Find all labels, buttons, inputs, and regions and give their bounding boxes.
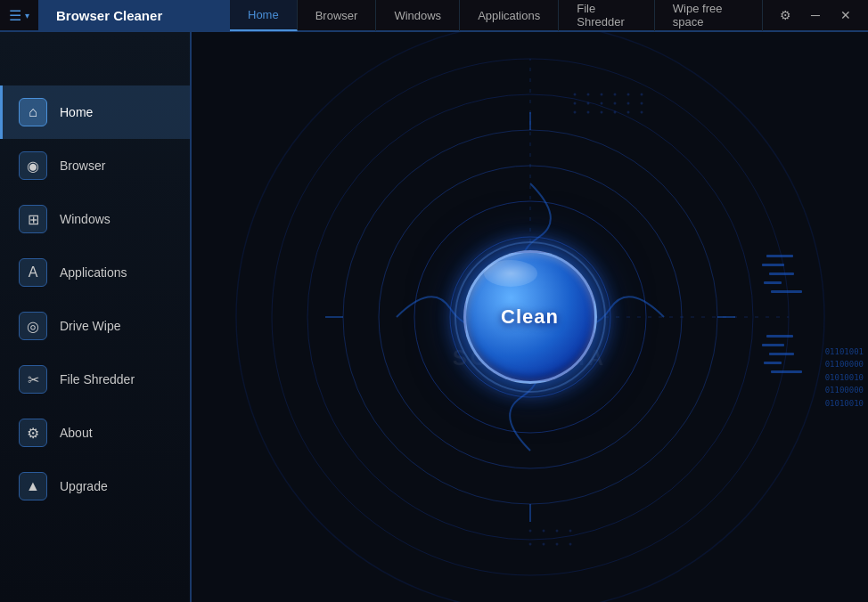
sidebar-item-browser[interactable]: ◉Browser (0, 139, 190, 192)
svg-point-36 (600, 111, 602, 114)
sidebar-item-label: About (60, 426, 93, 440)
tab-wipe-free-space[interactable]: Wipe free space (655, 0, 763, 31)
svg-point-29 (586, 102, 589, 105)
svg-rect-20 (764, 362, 782, 364)
chevron-down-icon: ▾ (25, 11, 29, 20)
sidebar-item-label: Windows (60, 212, 111, 226)
svg-point-32 (626, 102, 629, 105)
svg-rect-14 (769, 273, 794, 275)
file-shredder-icon: ✂ (19, 365, 47, 394)
tab-file-shredder[interactable]: File Shredder (559, 0, 655, 31)
svg-point-34 (573, 111, 576, 114)
svg-point-33 (640, 102, 643, 105)
clean-button-label: Clean (501, 305, 559, 329)
minimize-button[interactable]: ─ (802, 3, 829, 28)
sidebar: ⌂Home◉Browser⊞WindowsAApplications◎Drive… (0, 32, 192, 602)
svg-point-37 (613, 111, 616, 114)
sidebar-item-label: File Shredder (60, 372, 135, 386)
sidebar-item-home[interactable]: ⌂Home (0, 85, 190, 139)
svg-rect-17 (766, 335, 793, 338)
svg-rect-19 (769, 353, 794, 355)
binary-decoration: 01101001 01100000 01010010 01100000 0101… (825, 346, 864, 410)
sidebar-item-about[interactable]: ⚙About (0, 406, 190, 460)
tab-home[interactable]: Home (230, 0, 298, 31)
upgrade-icon: ▲ (19, 472, 47, 500)
main-layout: ⌂Home◉Browser⊞WindowsAApplications◎Drive… (0, 32, 868, 602)
browser-icon: ◉ (19, 151, 47, 180)
svg-point-41 (542, 530, 545, 533)
home-icon: ⌂ (19, 98, 47, 126)
svg-point-28 (573, 102, 576, 105)
svg-rect-18 (762, 344, 784, 346)
svg-point-43 (569, 530, 571, 533)
svg-point-35 (586, 111, 589, 114)
close-button[interactable]: ✕ (832, 3, 859, 28)
svg-point-46 (555, 543, 558, 546)
sidebar-item-file-shredder[interactable]: ✂File Shredder (0, 353, 190, 406)
svg-point-44 (528, 543, 531, 546)
svg-point-47 (569, 543, 571, 546)
sidebar-item-upgrade[interactable]: ▲Upgrade (0, 460, 190, 513)
sidebar-item-label: Upgrade (60, 479, 108, 493)
sidebar-item-applications[interactable]: AApplications (0, 246, 190, 299)
svg-point-38 (626, 111, 629, 114)
windows-icon: ⊞ (19, 205, 47, 233)
sidebar-item-label: Applications (60, 265, 127, 280)
tab-windows[interactable]: Windows (376, 0, 460, 31)
sidebar-item-windows[interactable]: ⊞Windows (0, 192, 190, 246)
clean-button-outer-ring: Clean (454, 241, 606, 393)
svg-point-45 (542, 543, 545, 546)
window-controls: ⚙ ─ ✕ (763, 3, 868, 28)
tab-browser[interactable]: Browser (298, 0, 377, 31)
svg-rect-12 (766, 255, 793, 257)
svg-point-25 (613, 94, 616, 96)
clean-button-container: Clean (454, 241, 606, 393)
applications-icon: A (19, 258, 47, 287)
svg-point-31 (613, 102, 616, 105)
app-title: Browser Cleaner (38, 0, 230, 31)
content-area: SOFTPEDIA Clean 01101001 01100000 010100… (192, 32, 868, 602)
svg-rect-16 (771, 290, 802, 293)
menu-button[interactable]: ☰ ▾ (0, 7, 38, 24)
svg-rect-13 (762, 264, 784, 266)
drive-wipe-icon: ◎ (19, 312, 47, 340)
svg-rect-15 (764, 281, 782, 284)
sidebar-item-drive-wipe[interactable]: ◎Drive Wipe (0, 299, 190, 353)
tab-applications[interactable]: Applications (460, 0, 559, 31)
sidebar-item-label: Home (60, 105, 93, 119)
clean-button[interactable]: Clean (463, 250, 597, 384)
svg-point-39 (640, 111, 643, 114)
svg-point-26 (626, 94, 629, 96)
tab-bar: HomeBrowserWindowsApplicationsFile Shred… (230, 0, 763, 31)
sidebar-item-label: Drive Wipe (60, 319, 120, 333)
svg-point-42 (555, 530, 558, 533)
titlebar: ☰ ▾ Browser Cleaner HomeBrowserWindowsAp… (0, 0, 868, 32)
svg-point-40 (528, 530, 531, 533)
svg-point-24 (600, 94, 602, 96)
sidebar-item-label: Browser (60, 159, 105, 173)
svg-point-30 (600, 102, 602, 105)
svg-rect-21 (771, 370, 802, 373)
svg-point-22 (573, 94, 576, 96)
svg-point-27 (640, 94, 643, 96)
hamburger-icon: ☰ (9, 7, 21, 24)
svg-point-23 (586, 94, 589, 96)
about-icon: ⚙ (19, 419, 47, 447)
settings-button[interactable]: ⚙ (772, 3, 798, 28)
